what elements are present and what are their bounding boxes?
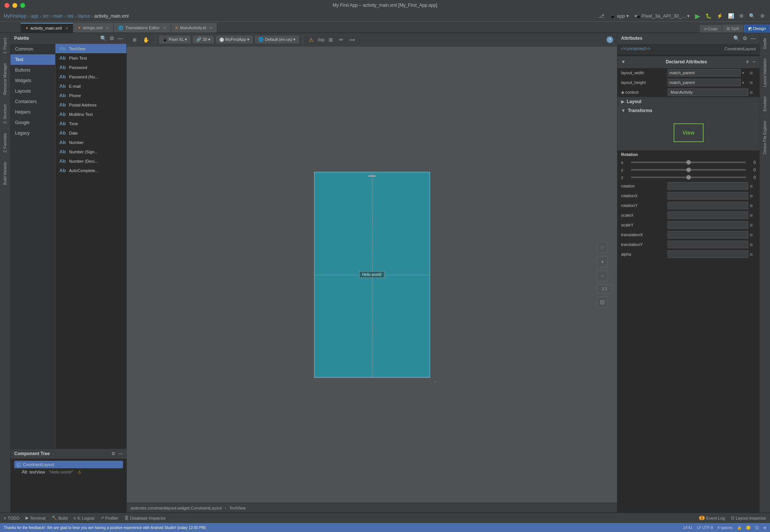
- git-icon[interactable]: ⎇: [597, 12, 606, 19]
- api-btn[interactable]: 🔗 30 ▾: [193, 36, 214, 43]
- breadcrumb-res[interactable]: res: [67, 13, 74, 19]
- palette-item-textview[interactable]: Ab TextView: [56, 44, 126, 53]
- attr-expand-rotationY[interactable]: ⊞: [750, 204, 756, 208]
- view-mode-code[interactable]: ≡ Code: [700, 25, 722, 33]
- attr-expand-scaleY[interactable]: ⊞: [750, 223, 756, 227]
- palette-item-autocomplete[interactable]: Ab AutoComplete...: [56, 166, 126, 175]
- pan-tool-btn[interactable]: ✋: [141, 36, 151, 44]
- rotation-x-thumb[interactable]: [686, 160, 691, 165]
- transform-tool[interactable]: ⊞: [327, 36, 335, 44]
- attr-expand-alpha[interactable]: ⊞: [750, 252, 756, 256]
- design-canvas[interactable]: Hello world! ▿ ☞ + − 1:1 ⊡: [127, 46, 617, 503]
- view-mode-design[interactable]: ◩ Design: [744, 25, 770, 33]
- attr-input-rotationX[interactable]: [668, 192, 748, 199]
- debug-button[interactable]: 🐛: [704, 12, 713, 19]
- tab-translations-close[interactable]: ✕: [163, 26, 166, 30]
- attr-expand-translationY[interactable]: ⊞: [750, 243, 756, 247]
- attr-input-rotation[interactable]: [668, 182, 748, 190]
- attr-expand-rotationX[interactable]: ⊞: [750, 194, 756, 198]
- palette-item-number-sign[interactable]: Ab Number (Sign...: [56, 147, 126, 156]
- profile-btn[interactable]: 📊: [726, 12, 735, 19]
- breadcrumb-layout[interactable]: layout: [78, 13, 90, 19]
- tab-strings[interactable]: ✦ strings.xml ✕: [73, 23, 114, 33]
- attr-close-icon[interactable]: —: [750, 35, 756, 41]
- select-tool-btn[interactable]: ⊕: [131, 36, 139, 44]
- vtab-build-variants[interactable]: Build Variants: [2, 157, 9, 189]
- zoom-ratio-btn[interactable]: 1:1: [597, 285, 612, 294]
- attr-expand-layout-width[interactable]: ⊞: [750, 71, 756, 75]
- breadcrumb-main[interactable]: main: [53, 13, 63, 19]
- bottom-terminal[interactable]: ▶ Terminal: [26, 516, 46, 520]
- attr-input-scaleX[interactable]: [668, 211, 748, 219]
- attr-input-translationX[interactable]: [668, 231, 748, 238]
- palette-item-number[interactable]: Ab Number: [56, 138, 126, 147]
- attr-add-icon[interactable]: +: [746, 58, 749, 65]
- bottom-layout-inspector[interactable]: ⊡ Layout Inspector: [731, 516, 766, 520]
- rotation-y-track[interactable]: [631, 169, 746, 171]
- minimize-button[interactable]: [12, 3, 17, 8]
- tab-mainactivity-close[interactable]: ✕: [209, 26, 212, 30]
- vtab-resource-manager[interactable]: Resource Manager: [2, 58, 9, 99]
- vtab-structure[interactable]: 2: Structure: [2, 99, 9, 128]
- device-selector-btn[interactable]: 📲 Pixel_3a_API_30_... ▾: [633, 12, 691, 19]
- attr-input-alpha[interactable]: [668, 250, 748, 258]
- attr-input-rotationY[interactable]: [668, 202, 748, 209]
- bottom-event-log[interactable]: 1 Event Log: [699, 516, 725, 520]
- palette-item-date[interactable]: Ab Date: [56, 128, 126, 138]
- vtab-emulator[interactable]: Emulator: [761, 91, 768, 116]
- view-mode-split[interactable]: ⊞ Split: [722, 25, 743, 33]
- tab-strings-close[interactable]: ✕: [106, 26, 109, 30]
- align-tool[interactable]: ⊶: [348, 36, 357, 44]
- palette-item-password[interactable]: Ab Password: [56, 63, 126, 72]
- declared-collapse-icon[interactable]: ▼: [621, 59, 626, 64]
- vtab-layout-validation[interactable]: Layout Validation: [761, 54, 768, 91]
- palette-cat-layouts[interactable]: Layouts: [11, 86, 55, 96]
- attr-remove-icon[interactable]: −: [752, 58, 756, 65]
- palette-settings-icon[interactable]: ⚙: [110, 35, 114, 41]
- component-tree-close-icon[interactable]: —: [119, 451, 123, 456]
- attr-input-layout-width[interactable]: [668, 69, 741, 76]
- tree-item-textview[interactable]: Ab textView "Hello world!" ⚠: [14, 468, 123, 476]
- maximize-button[interactable]: [20, 3, 25, 8]
- attr-input-layout-height[interactable]: [668, 79, 741, 86]
- attr-input-translationY[interactable]: [668, 241, 748, 248]
- close-button[interactable]: [5, 3, 9, 8]
- palette-cat-google[interactable]: Google: [11, 117, 55, 128]
- vtab-project[interactable]: 1: Project: [2, 33, 9, 58]
- attr-expand-translationX[interactable]: ⊞: [750, 233, 756, 237]
- tree-item-constraintlayout[interactable]: ◱ ConstraintLayout: [14, 461, 123, 468]
- vtab-gradle[interactable]: Gradle: [761, 33, 768, 54]
- tab-activity-main-close[interactable]: ✕: [65, 26, 68, 30]
- attr-section-layout[interactable]: ▶ Layout: [617, 97, 759, 106]
- app-selector-btn[interactable]: 📱 app ▾: [608, 12, 630, 19]
- attach-debugger-btn[interactable]: ⚡: [715, 12, 724, 19]
- palette-cat-text[interactable]: Text: [11, 54, 55, 65]
- screenshot-btn[interactable]: ⊡: [597, 297, 608, 308]
- search-btn[interactable]: 🔍: [747, 12, 756, 19]
- attr-expand-rotation[interactable]: ⊞: [750, 184, 756, 188]
- attr-dropdown-layout-width[interactable]: ▾: [742, 71, 748, 75]
- palette-item-multiline[interactable]: Ab Multiline Text: [56, 109, 126, 119]
- tab-translations[interactable]: 🌐 Translations Editor ✕: [114, 23, 171, 33]
- palette-item-phone[interactable]: Ab Phone: [56, 91, 126, 100]
- component-tree-settings-icon[interactable]: ⚙: [111, 451, 116, 456]
- attr-search-icon[interactable]: 🔍: [733, 35, 740, 41]
- rotation-z-thumb[interactable]: [686, 175, 691, 180]
- app-theme-btn[interactable]: ⬤ MyFirstApp ▾: [216, 36, 253, 43]
- run-button[interactable]: ▶: [693, 11, 702, 21]
- bottom-db-inspector[interactable]: 🗄 Database Inspector: [125, 516, 166, 520]
- tab-mainactivity[interactable]: K MainActivity.kt ✕: [171, 23, 218, 33]
- vtab-device-file-explorer[interactable]: Device File Explorer: [761, 116, 768, 159]
- attr-section-transforms[interactable]: ▼ Transforms: [617, 106, 759, 115]
- palette-cat-buttons[interactable]: Buttons: [11, 65, 55, 75]
- zoom-out-btn[interactable]: −: [597, 270, 608, 282]
- palette-cat-common[interactable]: Common: [11, 44, 55, 54]
- attr-input-context[interactable]: [668, 88, 748, 96]
- rotation-x-track[interactable]: [631, 162, 746, 163]
- attr-settings-icon[interactable]: ⚙: [743, 35, 747, 41]
- attr-expand-layout-height[interactable]: ⊞: [750, 81, 756, 85]
- palette-cat-containers[interactable]: Containers: [11, 96, 55, 107]
- attr-expand-context[interactable]: ⊞: [750, 90, 756, 94]
- palette-cat-helpers[interactable]: Helpers: [11, 107, 55, 117]
- attr-dropdown-layout-height[interactable]: ▾: [742, 81, 748, 85]
